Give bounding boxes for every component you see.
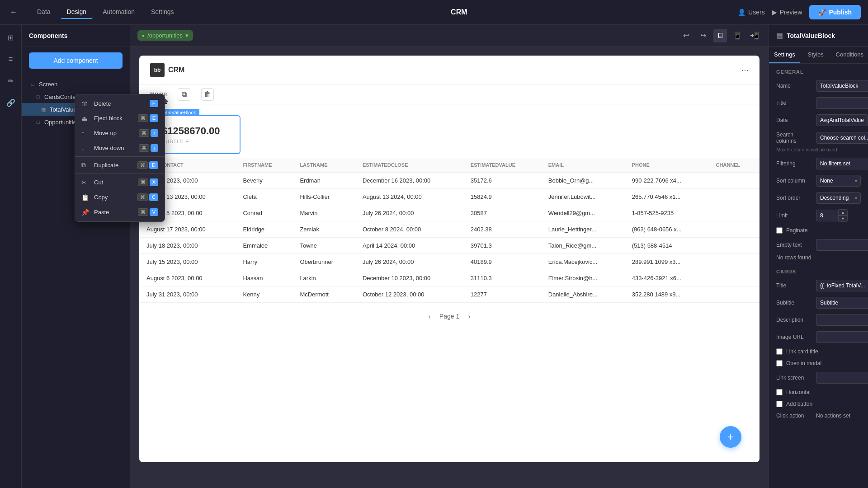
- open-in-modal-checkbox[interactable]: [776, 360, 783, 366]
- search-cols-row: Search columns Choose search col...: [769, 129, 868, 147]
- context-cut[interactable]: ✂ Cut ⌘ X: [75, 175, 165, 190]
- table-header-row: LASTCONTACT FIRSTNAME LASTNAME ESTIMATED…: [139, 158, 760, 173]
- table-row[interactable]: August 13 2023, 00:00CletaHills-CollierA…: [139, 189, 760, 205]
- table-cell: July 18 2023, 00:00: [139, 238, 236, 254]
- app-header-right[interactable]: ⋯: [741, 66, 749, 75]
- search-cols-select[interactable]: Choose search col...: [816, 132, 868, 144]
- limit-down[interactable]: ▼: [839, 216, 848, 222]
- path-badge[interactable]: ● /opportunities ▾: [137, 30, 193, 41]
- table-cell: 352.280.1489 x9...: [625, 286, 709, 303]
- context-duplicate-label: Duplicate: [94, 162, 118, 169]
- table-cell: Conrad: [236, 205, 292, 221]
- undo-button[interactable]: ↩: [679, 29, 693, 42]
- table-row[interactable]: August 6 2023, 00:00HassanLarkinDecember…: [139, 270, 760, 286]
- fab-button[interactable]: +: [720, 426, 741, 448]
- path-text: /opportunities: [147, 32, 183, 39]
- back-button[interactable]: ←: [7, 6, 20, 19]
- limit-row: Limit ▲ ▼: [769, 206, 868, 225]
- cards-title-input[interactable]: [816, 280, 868, 291]
- tab-styles[interactable]: Styles: [800, 47, 831, 63]
- cards-subtitle-wrapper: ⚡: [816, 297, 868, 309]
- no-rows-text: No rows found: [769, 253, 868, 263]
- tree-item-screen[interactable]: □ Screen: [22, 78, 130, 90]
- tab-design[interactable]: Design: [61, 5, 93, 19]
- table-cell: Cleta: [236, 189, 292, 205]
- copy-key2: C: [149, 193, 158, 201]
- icon-bar-layers[interactable]: ≡: [4, 52, 18, 66]
- paginate-checkbox[interactable]: [776, 227, 783, 234]
- table-row[interactable]: July 15 2023, 00:00HarryOberbrunnerJuly …: [139, 254, 760, 270]
- filtering-input[interactable]: [816, 158, 868, 169]
- publish-label: Publish: [829, 9, 852, 16]
- col-phone: PHONE: [625, 158, 709, 173]
- context-move-down[interactable]: ↓ Move down ⌘ ↓: [75, 141, 165, 155]
- prev-page[interactable]: ‹: [423, 310, 436, 323]
- data-select[interactable]: AvgAndTotalValue: [816, 114, 868, 126]
- context-duplicate[interactable]: ⧉ Duplicate ⌘ D: [75, 158, 165, 173]
- tab-settings[interactable]: Settings: [145, 5, 180, 19]
- title-input[interactable]: [816, 97, 868, 109]
- col-estimatedvalue: ESTIMATEDVALUE: [463, 158, 541, 173]
- icon-bar-edit[interactable]: ✏: [4, 74, 18, 88]
- title-input-wrapper: ⚡: [816, 97, 868, 109]
- icon-bar-link[interactable]: 🔗: [4, 95, 18, 110]
- users-link[interactable]: 👤 Users: [738, 9, 765, 16]
- sort-col-select[interactable]: None: [816, 175, 861, 187]
- table-cell: Zemlak: [292, 221, 355, 238]
- cut-icon: ✂: [81, 179, 90, 186]
- name-input[interactable]: [816, 80, 868, 92]
- context-paste[interactable]: 📌 Paste ⌘ V: [75, 205, 165, 220]
- logo-box: bb: [150, 63, 165, 77]
- paste-key1: ⌘: [138, 208, 148, 216]
- tab-data[interactable]: Data: [31, 5, 57, 19]
- table-row[interactable]: July 18 2023, 00:00EmmaleeTowneApril 14 …: [139, 238, 760, 254]
- context-move-up[interactable]: ↑ Move up ⌘ ↑: [75, 126, 165, 141]
- image-url-input[interactable]: [816, 331, 868, 343]
- table-cell: Kenny: [236, 286, 292, 303]
- preview-link[interactable]: ▶ Preview: [772, 9, 802, 16]
- device-tablet[interactable]: 📱: [731, 29, 744, 42]
- table-row[interactable]: July 31 2023, 00:00KennyMcDermottOctober…: [139, 286, 760, 303]
- sort-order-select[interactable]: Descending: [816, 192, 861, 204]
- add-button-checkbox[interactable]: [776, 401, 783, 407]
- canvas-scroll[interactable]: bb CRM ⋯ Home ⧉ 🗑 TotalValueBlock $12586…: [130, 47, 769, 488]
- horizontal-checkbox[interactable]: [776, 389, 783, 395]
- right-panel-title: TotalValueBlock: [787, 32, 835, 39]
- tab-settings[interactable]: Settings: [769, 47, 800, 63]
- context-delete[interactable]: 🗑 Delete E: [75, 96, 165, 111]
- right-panel-body: GENERAL Name Title ⚡ Data AvgAndTotalVal…: [769, 64, 868, 488]
- limit-input[interactable]: [816, 210, 839, 221]
- device-mobile[interactable]: 📲: [748, 29, 761, 42]
- device-desktop[interactable]: 🖥: [713, 29, 727, 42]
- context-eject-block[interactable]: ⏏ Eject block ⌘ E: [75, 111, 165, 126]
- title-label: Title: [776, 100, 812, 106]
- context-copy[interactable]: 📋 Copy ⌘ C: [75, 190, 165, 205]
- limit-up[interactable]: ▲: [839, 209, 848, 216]
- table-row[interactable]: August 5 2023, 00:00ConradMarvinJuly 26 …: [139, 205, 760, 221]
- table-cell: December 10 2023, 00:00: [355, 270, 463, 286]
- link-screen-input[interactable]: [816, 372, 868, 384]
- cards-desc-input[interactable]: [816, 314, 868, 326]
- empty-text-input[interactable]: [816, 239, 868, 251]
- table-row[interactable]: July 14 2023, 00:00BeverlyErdmanDecember…: [139, 173, 760, 189]
- tab-conditions[interactable]: Conditions: [831, 47, 868, 63]
- table-cell: Erdman: [292, 173, 355, 189]
- table-cell: July 26 2024, 00:00: [355, 205, 463, 221]
- redo-button[interactable]: ↪: [696, 29, 710, 42]
- move-up-key1: ⌘: [139, 129, 149, 137]
- publish-button[interactable]: 🚀 Publish: [809, 5, 861, 19]
- table-row[interactable]: August 17 2023, 00:00EldridgeZemlakOctob…: [139, 221, 760, 238]
- nav-copy-btn[interactable]: ⧉: [178, 88, 190, 101]
- tab-automation[interactable]: Automation: [96, 5, 141, 19]
- icon-bar-components[interactable]: ⊞: [4, 30, 18, 45]
- link-card-title-checkbox[interactable]: [776, 348, 783, 355]
- add-component-button[interactable]: Add component: [29, 52, 123, 69]
- next-page[interactable]: ›: [463, 310, 476, 323]
- cards-subtitle-input[interactable]: [816, 297, 868, 309]
- table-cell: Laurie_Hettinger...: [541, 221, 625, 238]
- cards-title-wrapper: ⚡: [816, 280, 868, 291]
- sort-order-wrapper: Descending: [816, 192, 861, 204]
- nav-delete-btn[interactable]: 🗑: [201, 88, 214, 101]
- right-panel: ▦ TotalValueBlock Settings Styles Condit…: [769, 25, 868, 488]
- table-cell: 31110.3: [463, 270, 541, 286]
